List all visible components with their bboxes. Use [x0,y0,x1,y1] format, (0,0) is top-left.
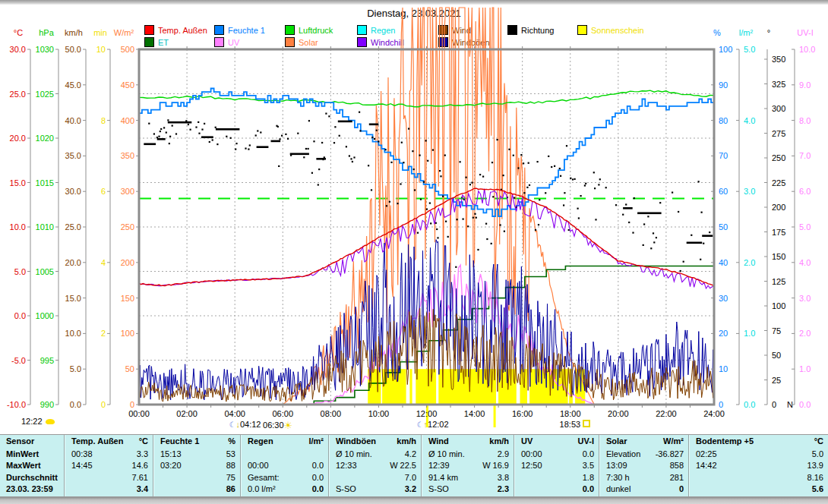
svg-text:990: 990 [40,400,54,409]
x-tick-label: 02:00 [176,409,198,418]
svg-text:225: 225 [772,178,785,187]
event-time: 04:12 [240,420,261,429]
table-row-label: 23.03. 23:59 [0,484,64,496]
day-length: 12:22 [21,417,55,426]
svg-text:9.0: 9.0 [799,80,811,90]
table-cell-row: S-SO2.3 [422,484,514,496]
svg-text:0: 0 [101,400,106,409]
x-tick-label: 14:00 [464,409,485,418]
axis-uvi: 10.09.08.07.06.05.04.03.02.01.00.0UV-I [792,28,815,409]
table-cell-row: 5.6 [690,484,828,496]
chart-svg: 30.025.020.015.010.05.00.0-5.0-10.0°C103… [0,0,828,434]
svg-text:2.0: 2.0 [799,329,811,338]
x-tick-label: 22:00 [656,409,677,418]
table-cell-row: 1.8 [515,471,599,484]
table-cell-row: 12:39W 16.9 [422,460,514,472]
table-cell-row: 86 [154,484,240,496]
svg-text:400: 400 [121,116,134,125]
table-cell-row [242,448,328,460]
series-direction [144,112,713,272]
svg-text:350: 350 [772,55,785,64]
svg-text:-5.0: -5.0 [11,356,26,365]
day-length-value: 12:22 [21,417,43,426]
svg-text:%: % [713,28,721,37]
table-column-header: SolarW/m² [600,436,688,448]
svg-text:7.0: 7.0 [799,151,811,160]
event-moonset: ☾↓04:12 [229,420,261,429]
table-row-label: Durchschnitt [0,471,64,484]
svg-text:25.0: 25.0 [65,222,81,232]
table-cell-row: Elevation-36.827 [600,448,688,460]
svg-text:0: 0 [130,400,134,409]
svg-text:100: 100 [121,329,134,338]
svg-text:30.0: 30.0 [65,187,81,196]
svg-text:1025: 1025 [36,90,54,99]
axis-kmh: 50.045.040.035.030.025.020.015.010.05.00… [65,28,86,409]
svg-text:8: 8 [101,116,106,125]
svg-text:hPa: hPa [39,28,54,37]
svg-text:350: 350 [121,151,134,160]
svg-text:50.0: 50.0 [65,45,81,54]
table-cell-row: 7.0 [330,471,421,484]
table-column-feuchte-1: Feuchte 1%15:135303:20887586 [154,435,242,496]
axis-lm2: 5.04.03.02.01.00.0l/m² [736,28,755,409]
sun-blob-icon [46,419,55,424]
svg-text:300: 300 [121,187,134,196]
table-cell-row: 7.61 [65,471,153,484]
table-row-label: MinWert [0,448,64,460]
axis-wm2: 500450400350300250200150100500W/m² [114,28,139,409]
x-tick-label: 04:00 [224,409,245,418]
table-column-temp-au-en: Temp. Außen°C00:383.314:4514.67.613.4 [65,435,154,496]
table-cell-row: 0.0 [515,484,599,496]
svg-text:0: 0 [772,400,776,409]
x-tick-label: 20:00 [608,409,629,418]
table-cell-row: 75 [154,471,240,484]
svg-text:10.0: 10.0 [65,329,81,338]
svg-text:°: ° [767,28,770,37]
table-cell-row: S-SO3.2 [330,484,421,496]
svg-text:6: 6 [101,187,106,196]
svg-text:km/h: km/h [65,28,83,37]
svg-text:25.0: 25.0 [10,90,26,99]
table-cell-row: 02:255.0 [690,448,828,460]
table-column-header: Windböenkm/h [330,436,421,448]
svg-text:20.0: 20.0 [65,258,81,267]
x-tick-label: 24:00 [703,409,725,418]
svg-text:°C: °C [14,28,23,37]
moon-icon: ☾ [417,421,424,429]
svg-text:20: 20 [719,329,728,338]
table-column-header: Bodentemp +5°C [690,436,828,448]
svg-text:1015: 1015 [36,178,54,187]
table-column-regen: Regenl/m²00:000.0Gesamt:0.00.0 l/m²0.0 [242,435,330,496]
table-label-column: SensorMinWertMaxWertDurchschnitt23.03. 2… [0,435,65,496]
table-cell-row: 91.4 km3.8 [422,471,514,484]
svg-text:1.0: 1.0 [744,329,755,338]
x-tick-label: 16:00 [512,409,533,418]
table-column-header: Temp. Außen°C [65,436,153,448]
svg-text:80: 80 [719,116,728,125]
event-time: 06:30 [263,421,284,430]
weather-chart: 30.025.020.015.010.05.00.0-5.0-10.0°C103… [0,0,828,437]
svg-text:50: 50 [125,364,134,373]
svg-text:275: 275 [772,129,785,138]
svg-text:995: 995 [40,356,54,365]
svg-text:100: 100 [772,301,785,310]
svg-text:40: 40 [719,258,728,267]
svg-text:45.0: 45.0 [65,80,81,90]
svg-text:75: 75 [772,326,781,335]
svg-text:0.0: 0.0 [799,400,811,409]
svg-text:5.0: 5.0 [14,267,26,276]
svg-text:0.0: 0.0 [14,311,26,320]
svg-text:200: 200 [772,203,785,212]
table-cell-row: 0.0 l/m²0.0 [242,484,328,496]
svg-text:25: 25 [772,376,781,385]
svg-text:15.0: 15.0 [65,294,81,303]
svg-text:125: 125 [772,277,785,286]
svg-text:90: 90 [719,80,728,90]
table-column-header: Feuchte 1% [154,436,240,448]
svg-text:175: 175 [772,228,785,237]
svg-text:4.0: 4.0 [744,116,755,125]
table-cell-row: 03:2088 [154,460,240,472]
sunrise-icon: ☀ [284,420,293,431]
svg-text:100: 100 [719,45,732,54]
